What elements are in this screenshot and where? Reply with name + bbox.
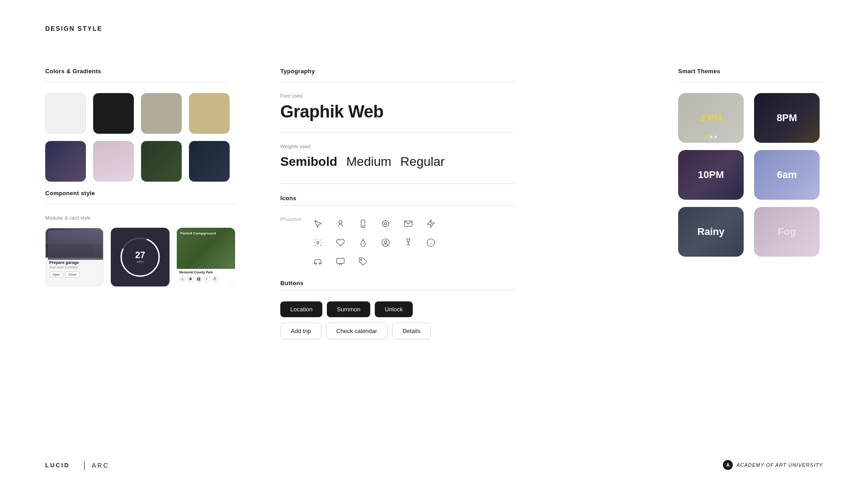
component-section: Component style Modular & card style Pre… xyxy=(45,190,235,286)
icon-info xyxy=(424,235,438,250)
theme-6am-label: 6am xyxy=(777,169,797,181)
component-divider xyxy=(45,204,235,204)
map-icons: ⚓ 🌲 🅿 ℹ 🔥 xyxy=(179,276,232,282)
svg-text:LUCID: LUCID xyxy=(45,462,70,469)
icon-phone xyxy=(356,216,370,231)
map-icon-2: 🌲 xyxy=(188,276,194,282)
theme-8pm-label: 8PM xyxy=(777,112,797,124)
swatch-navy-gradient xyxy=(189,141,230,182)
typography-divider xyxy=(280,82,515,82)
garage-card-image xyxy=(46,228,103,258)
unlock-button[interactable]: Unlock xyxy=(375,301,413,317)
gauge-card: 27 MPH xyxy=(111,228,169,286)
theme-10pm-card: 10PM xyxy=(678,150,744,200)
component-subtitle: Modular & card style xyxy=(45,215,235,221)
garage-card-buttons: Open Close xyxy=(49,272,99,277)
theme-2pm-indicator xyxy=(705,136,717,138)
map-card-image: Pantoll Campground xyxy=(177,228,235,269)
map-label: Pantoll Campground xyxy=(180,231,216,235)
svg-point-17 xyxy=(385,241,387,243)
icon-settings xyxy=(311,235,325,250)
garage-card-title: Prepare garage xyxy=(49,260,99,265)
weight-semibold: Semibold xyxy=(280,155,337,169)
svg-point-7 xyxy=(382,221,388,226)
icon-tag xyxy=(356,254,370,269)
swatch-taupe xyxy=(141,93,182,134)
footer-arc: ARC xyxy=(92,462,109,469)
buttons-row-1: Location Summon Unlock xyxy=(280,301,515,317)
icon-person xyxy=(333,216,348,231)
svg-point-16 xyxy=(382,239,390,247)
icons-grid xyxy=(311,216,442,269)
weights-label: Weights used xyxy=(280,144,515,149)
buttons-section: Buttons Location Summon Unlock Add trip … xyxy=(280,280,515,339)
icons-sublabel: Phosphor xyxy=(280,216,302,222)
footer-divider xyxy=(84,461,85,470)
page-title: DESIGN STYLE xyxy=(45,25,103,32)
icon-user-circle xyxy=(378,235,393,250)
academy-text: ACADEMY of ART UNIVERSITY xyxy=(736,462,823,468)
buttons-label: Buttons xyxy=(280,280,515,286)
indicator-dot-3 xyxy=(714,136,717,138)
icon-cursor xyxy=(311,216,325,231)
svg-point-24 xyxy=(361,259,362,261)
svg-rect-23 xyxy=(337,258,344,264)
buttons-row-2: Add trip Check calendar Details xyxy=(280,323,515,339)
indicator-dot-active xyxy=(705,136,708,138)
component-section-title: Component style xyxy=(45,190,95,197)
component-cards: Prepare garage Your route summary Open C… xyxy=(45,228,235,286)
typography-section-title: Typography xyxy=(280,68,315,75)
details-button[interactable]: Details xyxy=(392,323,431,339)
svg-text:27: 27 xyxy=(135,250,145,260)
icon-car xyxy=(311,254,325,269)
weight-medium: Medium xyxy=(346,155,392,169)
icon-wine xyxy=(401,235,415,250)
svg-point-15 xyxy=(317,242,319,244)
buttons-divider xyxy=(280,290,515,291)
weight-regular: Regular xyxy=(401,155,445,169)
swatch-black xyxy=(93,93,134,134)
colors-section-title: Colors & Gradients xyxy=(45,68,101,75)
gauge-svg: 27 MPH xyxy=(118,235,163,280)
svg-text:MPH: MPH xyxy=(137,260,144,263)
footer: LUCID ARC xyxy=(45,461,109,470)
theme-fog-card: Fog xyxy=(754,207,820,257)
typography-divider2 xyxy=(280,132,515,133)
typography-section: Typography Font used Graphik Web Weights… xyxy=(280,68,515,345)
icon-target xyxy=(378,216,393,231)
map-icon-5: 🔥 xyxy=(212,276,218,282)
icon-bolt xyxy=(424,216,438,231)
icon-fire xyxy=(356,235,370,250)
garage-card-sub: Your route summary xyxy=(49,266,99,269)
icon-heart xyxy=(333,235,348,250)
swatch-blue-gradient xyxy=(45,141,86,182)
garage-btn-1[interactable]: Open xyxy=(49,272,63,277)
svg-point-4 xyxy=(339,221,342,224)
map-icon-1: ⚓ xyxy=(179,276,186,282)
garage-card-content: Prepare garage Your route summary Open C… xyxy=(46,258,103,280)
swatch-white xyxy=(45,93,86,134)
theme-rainy-card: Rainy xyxy=(678,207,744,257)
icon-mail xyxy=(401,216,415,231)
add-trip-button[interactable]: Add trip xyxy=(280,323,321,339)
themes-section-title: Smart Themes xyxy=(678,68,720,75)
summon-button[interactable]: Summon xyxy=(327,301,370,317)
footer-right: A ACADEMY of ART UNIVERSITY xyxy=(723,460,823,470)
garage-card: Prepare garage Your route summary Open C… xyxy=(45,228,104,286)
swatch-green-gradient xyxy=(141,141,182,182)
swatch-pink-gradient xyxy=(93,141,134,182)
check-calendar-button[interactable]: Check calendar xyxy=(326,323,387,339)
lucid-logo-svg: LUCID xyxy=(45,461,77,469)
swatch-sand xyxy=(189,93,230,134)
icons-section: Icons Phosphor xyxy=(280,195,515,269)
map-bottom: Memorial County Park ⚓ 🌲 🅿 ℹ 🔥 xyxy=(177,269,235,286)
theme-6am-card: 6am xyxy=(754,150,820,200)
svg-marker-14 xyxy=(428,220,434,228)
theme-10pm-label: 10PM xyxy=(698,169,724,181)
theme-fog-label: Fog xyxy=(778,226,796,238)
icons-divider xyxy=(280,205,515,206)
theme-rainy-label: Rainy xyxy=(698,226,725,238)
garage-btn-2[interactable]: Close xyxy=(65,272,80,277)
map-card: Pantoll Campground Memorial County Park … xyxy=(177,228,235,286)
location-button[interactable]: Location xyxy=(280,301,322,317)
